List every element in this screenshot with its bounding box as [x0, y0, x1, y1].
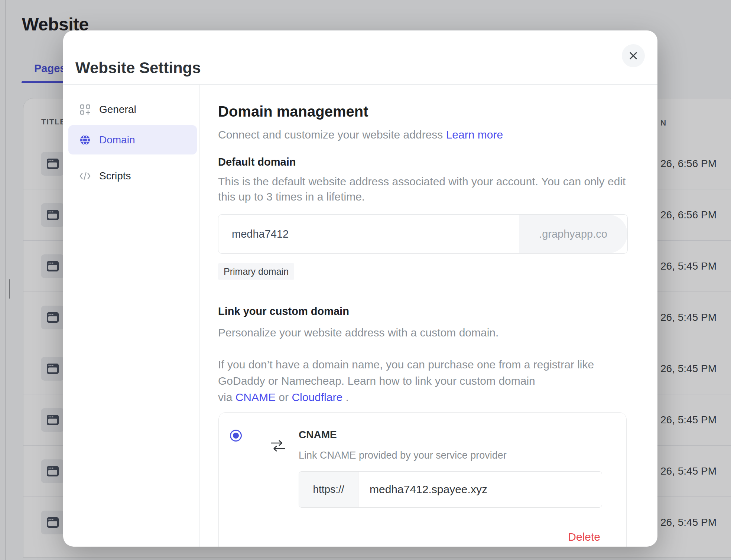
cname-url-group: https://: [299, 471, 602, 508]
sidebar-item-scripts[interactable]: Scripts: [68, 161, 197, 191]
modal-title: Website Settings: [75, 59, 201, 77]
globe-icon: [79, 134, 91, 146]
sidebar-divider: [199, 85, 200, 547]
subtitle-text: Connect and customize your website addre…: [218, 128, 446, 141]
cname-radio[interactable]: [230, 430, 242, 442]
cname-url-input[interactable]: [358, 472, 602, 507]
description-line: this up to 3 times in a lifetime.: [218, 189, 626, 204]
swap-arrows-icon: [270, 439, 286, 454]
domain-suffix: .graphyapp.co: [519, 215, 627, 253]
description-line: This is the default website address asso…: [218, 174, 626, 189]
url-protocol-prefix: https://: [299, 472, 358, 507]
section-heading: Domain management: [218, 103, 368, 120]
sidebar-item-general[interactable]: General: [68, 95, 197, 124]
info-text: or: [276, 391, 292, 403]
info-line: If you don’t have a domain name, you can…: [218, 356, 594, 373]
default-domain-label: Default domain: [218, 156, 296, 168]
sidebar-item-label: Scripts: [99, 170, 131, 182]
delete-cname-button[interactable]: Delete: [568, 531, 600, 543]
default-domain-description: This is the default website address asso…: [218, 174, 626, 204]
website-settings-modal: Website Settings General Domain: [63, 30, 657, 547]
sidebar-item-label: Domain: [99, 134, 135, 146]
section-subtitle: Connect and customize your website addre…: [218, 128, 503, 141]
cloudflare-link[interactable]: Cloudflare: [292, 391, 342, 403]
custom-domain-label: Link your custom domain: [218, 305, 349, 318]
registrar-info: If you don’t have a domain name, you can…: [218, 356, 594, 406]
grid-plus-icon: [79, 104, 91, 115]
primary-domain-badge: Primary domain: [218, 263, 294, 280]
custom-domain-description: Personalize your website address with a …: [218, 325, 498, 340]
cname-card: CNAME Link CNAME provided by your servic…: [218, 412, 627, 547]
default-domain-input[interactable]: [218, 215, 519, 253]
learn-more-link[interactable]: Learn more: [446, 128, 503, 141]
default-domain-input-group: .graphyapp.co: [218, 214, 628, 254]
modal-header-divider: [63, 84, 657, 85]
close-button[interactable]: [622, 44, 645, 67]
info-text: via: [218, 391, 235, 403]
sidebar-item-domain[interactable]: Domain: [68, 125, 197, 154]
sidebar-item-label: General: [99, 104, 136, 115]
info-text: .: [342, 391, 349, 403]
info-line: via CNAME or Cloudflare .: [218, 389, 594, 406]
cname-link[interactable]: CNAME: [235, 391, 276, 403]
close-icon: [629, 51, 638, 60]
info-line: GoDaddy or Namecheap. Learn how to link …: [218, 373, 594, 389]
code-icon: [79, 171, 91, 181]
cname-card-description: Link CNAME provided by your service prov…: [299, 450, 507, 461]
cname-card-title: CNAME: [299, 429, 337, 441]
